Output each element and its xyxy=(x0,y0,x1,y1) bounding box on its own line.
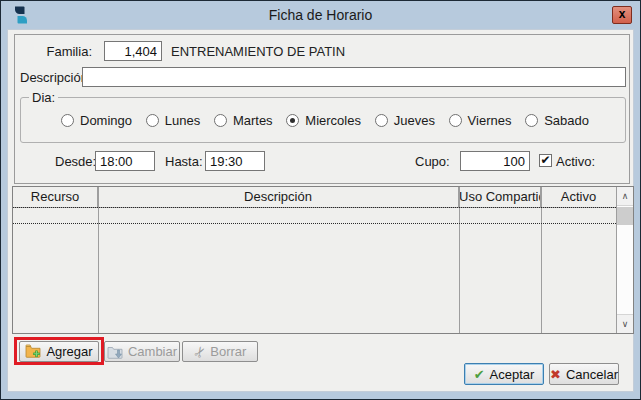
annotation-highlight-box: Agregar xyxy=(14,337,104,365)
familia-description-text: ENTRENAMIENTO DE PATIN xyxy=(171,44,345,59)
scissors-icon: ✂ xyxy=(190,343,208,360)
radio-label: Miercoles xyxy=(305,113,361,128)
radio-domingo[interactable]: Domingo xyxy=(61,113,132,128)
radio-circle-icon xyxy=(449,114,462,127)
desde-label: Desde: xyxy=(55,154,96,169)
radio-circle-icon xyxy=(214,114,227,127)
change-folder-icon xyxy=(107,345,123,359)
dia-groupbox: Dia: Domingo Lunes Martes xyxy=(20,97,626,143)
desde-input[interactable] xyxy=(95,151,155,171)
dia-radio-group: Domingo Lunes Martes Miercoles xyxy=(61,113,589,128)
radio-circle-icon xyxy=(525,114,538,127)
close-button[interactable]: x xyxy=(612,6,632,24)
checkmark-icon: ✔ xyxy=(540,153,550,167)
column-header-descripcion[interactable]: Descripción xyxy=(98,187,459,207)
recursos-table: Recurso Descripción Uso Compartido Activ… xyxy=(12,186,634,334)
dia-groupbox-label: Dia: xyxy=(29,90,58,105)
familia-input[interactable] xyxy=(104,41,162,61)
scrollbar-thumb[interactable] xyxy=(617,207,633,225)
table-vertical-scrollbar[interactable]: ∧ ∨ xyxy=(616,187,633,333)
familia-row: Familia: ENTRENAMIENTO DE PATIN xyxy=(15,41,629,61)
borrar-label: Borrar xyxy=(210,344,246,359)
radio-viernes[interactable]: Viernes xyxy=(449,113,512,128)
radio-miercoles[interactable]: Miercoles xyxy=(286,113,361,128)
radio-circle-icon xyxy=(375,114,388,127)
hasta-input[interactable] xyxy=(205,151,265,171)
cancel-x-icon: ✖ xyxy=(550,368,561,381)
close-icon: x xyxy=(619,7,626,21)
scroll-down-icon[interactable]: ∨ xyxy=(617,314,633,333)
column-header-recurso[interactable]: Recurso xyxy=(13,187,98,207)
dialog-client-area: Familia: ENTRENAMIENTO DE PATIN Descripc… xyxy=(7,29,634,392)
cambiar-button[interactable]: Cambiar xyxy=(104,341,180,362)
hasta-label: Hasta: xyxy=(165,154,203,169)
aceptar-label: Aceptar xyxy=(490,367,535,382)
cancelar-label: Cancelar xyxy=(566,367,618,382)
radio-label: Jueves xyxy=(394,113,435,128)
titlebar[interactable]: Ficha de Horario x xyxy=(1,1,640,29)
cambiar-label: Cambiar xyxy=(128,344,177,359)
add-folder-icon xyxy=(25,344,41,358)
radio-sabado[interactable]: Sabado xyxy=(525,113,589,128)
radio-lunes[interactable]: Lunes xyxy=(146,113,200,128)
activo-checkbox[interactable]: ✔ xyxy=(539,154,552,167)
form-panel: Familia: ENTRENAMIENTO DE PATIN Descripc… xyxy=(14,34,630,184)
column-header-activo[interactable]: Activo xyxy=(541,187,616,207)
scroll-up-icon[interactable]: ∧ xyxy=(617,187,633,206)
column-header-uso-compartido[interactable]: Uso Compartido xyxy=(459,187,541,207)
aceptar-button[interactable]: ✔ Aceptar xyxy=(464,363,544,385)
radio-jueves[interactable]: Jueves xyxy=(375,113,435,128)
cupo-input[interactable] xyxy=(460,151,530,171)
borrar-button[interactable]: ✂ Borrar xyxy=(182,341,258,362)
descripcion-input[interactable] xyxy=(82,67,626,87)
accept-check-icon: ✔ xyxy=(474,368,485,381)
dialog-window: Ficha de Horario x Familia: ENTRENAMIENT… xyxy=(0,0,641,400)
empty-selected-row[interactable] xyxy=(13,207,616,224)
radio-circle-icon xyxy=(146,114,159,127)
horario-row: Desde: Hasta: Cupo: ✔ Activo: xyxy=(15,150,629,172)
agregar-button[interactable]: Agregar xyxy=(19,341,99,362)
window-title: Ficha de Horario xyxy=(1,7,640,23)
radio-label: Lunes xyxy=(165,113,200,128)
radio-label: Martes xyxy=(233,113,273,128)
radio-label: Sabado xyxy=(544,113,589,128)
radio-label: Viernes xyxy=(468,113,512,128)
descripcion-row: Descripción: xyxy=(15,67,629,87)
radio-circle-icon xyxy=(286,114,299,127)
descripcion-label: Descripción: xyxy=(20,70,92,85)
radio-label: Domingo xyxy=(80,113,132,128)
cupo-label: Cupo: xyxy=(415,154,450,169)
cancelar-button[interactable]: ✖ Cancelar xyxy=(549,363,619,385)
radio-martes[interactable]: Martes xyxy=(214,113,273,128)
activo-label: Activo: xyxy=(556,154,595,169)
table-header-row: Recurso Descripción Uso Compartido Activ… xyxy=(13,187,616,208)
radio-circle-icon xyxy=(61,114,74,127)
familia-label: Familia: xyxy=(35,44,92,59)
agregar-label: Agregar xyxy=(46,344,92,359)
